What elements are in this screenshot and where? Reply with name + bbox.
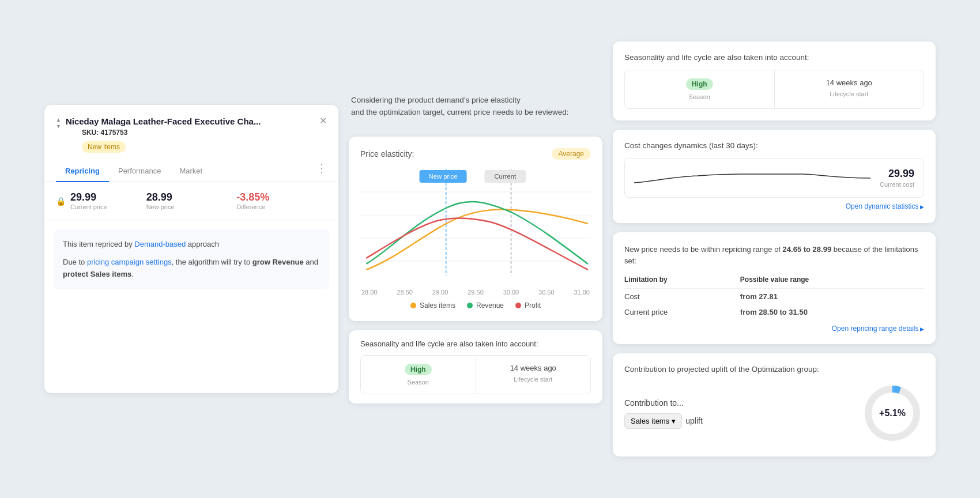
legend-revenue-label: Revenue (476, 301, 504, 310)
legend-sales-label: Sales items (420, 301, 455, 310)
demand-based-link[interactable]: Demand-based (134, 240, 186, 248)
chevron-down-icon[interactable]: ▼ (56, 124, 61, 129)
limit-range-price-val: from 28.50 to 31.50 (740, 308, 808, 316)
limit-col-header-2: Possible value range (740, 273, 924, 289)
chart-area: New price Current (360, 169, 591, 284)
average-badge: Average (552, 148, 591, 160)
price-row: 🔒 29.99 Current price 28.99 New price -3… (44, 182, 338, 220)
tab-more-icon[interactable]: ⋮ (316, 162, 327, 180)
mid-season-label: Season (408, 379, 429, 386)
uplift-select-row: Sales items ▾ uplift (624, 413, 849, 429)
uplift-title: Contribution to projected uplift of the … (624, 365, 924, 373)
close-button[interactable]: ✕ (319, 116, 327, 126)
desc-text-1b: approach (186, 240, 219, 248)
middle-panel: Considering the product demand's price e… (349, 95, 602, 403)
cost-mini-chart (634, 165, 870, 190)
lock-icon: 🔒 (56, 197, 66, 206)
uplift-box: Contribution to... Sales items ▾ uplift (624, 382, 924, 445)
mid-season-title: Seasonality and life cycle are also take… (360, 339, 591, 348)
uplift-left: Contribution to... Sales items ▾ uplift (624, 398, 849, 429)
tab-performance[interactable]: Performance (109, 161, 170, 182)
right-lifecycle-val: 14 weeks ago (826, 78, 872, 87)
tabs-bar: Repricing Performance Market ⋮ (44, 161, 338, 182)
new-price-value: 28.99 (146, 191, 237, 203)
select-label: Sales items (631, 417, 669, 425)
difference-item: -3.85% Difference (236, 191, 327, 210)
mid-lifecycle-val: 14 weeks ago (510, 364, 556, 372)
desc-end: . (131, 270, 134, 278)
sku-label: SKU: (82, 129, 99, 137)
limit-row-price: Current price from 28.50 to 31.50 (624, 304, 924, 320)
legend-profit-label: Profit (525, 301, 541, 310)
desc-paragraph-1: This item repriced by Demand-based appro… (63, 239, 320, 251)
dropdown-arrow-icon: ▾ (672, 417, 676, 425)
right-panel: Seasonality and life cycle are also take… (613, 42, 936, 456)
right-season-section: Seasonality and life cycle are also take… (613, 42, 936, 120)
sales-items-select[interactable]: Sales items ▾ (624, 413, 682, 429)
left-panel: ▲ ▼ Niceday Malaga Leather-Faced Executi… (44, 105, 338, 393)
price-elasticity-chart-panel: Price elasticity: Average (349, 137, 602, 321)
range-text: New price needs to be within repricing r… (624, 244, 924, 266)
x-label-4: 29.50 (468, 289, 484, 296)
description-box: This item repriced by Demand-based appro… (54, 229, 329, 289)
expand-collapse-icons[interactable]: ▲ ▼ (56, 118, 61, 129)
mid-season-grid: High Season 14 weeks ago Lifecycle start (360, 355, 591, 394)
current-price-item: 29.99 Current price (70, 191, 146, 210)
desc-protect-sales: protect Sales items (63, 270, 131, 278)
revenue-dot (467, 303, 473, 308)
x-label-2: 28.50 (397, 289, 413, 296)
sku-row: SKU: 4175753 (82, 129, 261, 137)
x-label-6: 30.50 (538, 289, 555, 296)
x-axis-labels: 28.00 28.50 29.00 29.50 30.00 30.50 31.0… (360, 289, 591, 296)
desc-grow-revenue: grow Revenue (252, 258, 304, 266)
limit-range-price: from 28.50 to 31.50 (740, 304, 924, 320)
mid-intro-text: Considering the product demand's price e… (349, 95, 602, 127)
limit-by-price: Current price (624, 304, 740, 320)
cost-label: Current cost (880, 181, 914, 188)
desc-due-to: Due to (63, 258, 87, 266)
right-season-cell: High Season (625, 70, 775, 108)
product-header: ▲ ▼ Niceday Malaga Leather-Faced Executi… (44, 105, 338, 161)
limit-range-cost: from 27.81 (740, 289, 924, 305)
x-label-3: 29.00 (432, 289, 448, 296)
open-repricing-link[interactable]: Open repricing range details (624, 325, 924, 333)
pricing-campaign-link[interactable]: pricing campaign settings (87, 258, 172, 266)
elasticity-svg: New price Current (360, 169, 591, 284)
legend-sales-items: Sales items (410, 301, 455, 310)
range-pre: New price needs to be within repricing r… (624, 245, 783, 254)
tab-repricing[interactable]: Repricing (56, 161, 109, 182)
product-title: Niceday Malaga Leather-Faced Executive C… (66, 116, 261, 126)
range-values: 24.65 to 28.99 (783, 245, 832, 254)
limit-row-cost: Cost from 27.81 (624, 289, 924, 305)
tab-market[interactable]: Market (170, 161, 212, 182)
mid-season-box: Seasonality and life cycle are also take… (349, 330, 602, 403)
chevron-up-icon[interactable]: ▲ (56, 118, 61, 123)
open-dynamic-link[interactable]: Open dynamic statistics (624, 202, 924, 210)
cost-line-svg (634, 165, 870, 188)
cost-right: 29.99 Current cost (880, 168, 914, 188)
legend-profit: Profit (515, 301, 541, 310)
limit-col-header-1: Limitation by (624, 273, 740, 289)
cost-value: 29.99 (880, 168, 914, 180)
difference-value: -3.85% (236, 191, 327, 203)
difference-label: Difference (236, 203, 327, 210)
current-price-label: Current price (70, 203, 146, 210)
right-season-grid: High Season 14 weeks ago Lifecycle start (624, 70, 924, 109)
cost-box: 29.99 Current cost (624, 158, 924, 198)
sku-value: 4175753 (101, 129, 128, 137)
badge-row: New items (82, 141, 261, 153)
right-high-badge: High (686, 78, 713, 90)
svg-text:Current: Current (494, 173, 516, 180)
x-label-1: 28.00 (361, 289, 378, 296)
profit-dot (515, 303, 521, 308)
donut-value: +5.1% (879, 408, 906, 418)
svg-text:New price: New price (429, 173, 458, 180)
desc-and: and (304, 258, 318, 266)
desc-paragraph-2: Due to pricing campaign settings, the al… (63, 256, 320, 281)
x-label-5: 30.00 (503, 289, 519, 296)
desc-text-1: This item repriced by (63, 240, 134, 248)
right-season-label: Season (689, 93, 710, 100)
repricing-range-section: New price needs to be within repricing r… (613, 232, 936, 344)
right-lifecycle-label: Lifecycle start (830, 90, 868, 97)
mid-lifecycle-label: Lifecycle start (514, 376, 552, 383)
